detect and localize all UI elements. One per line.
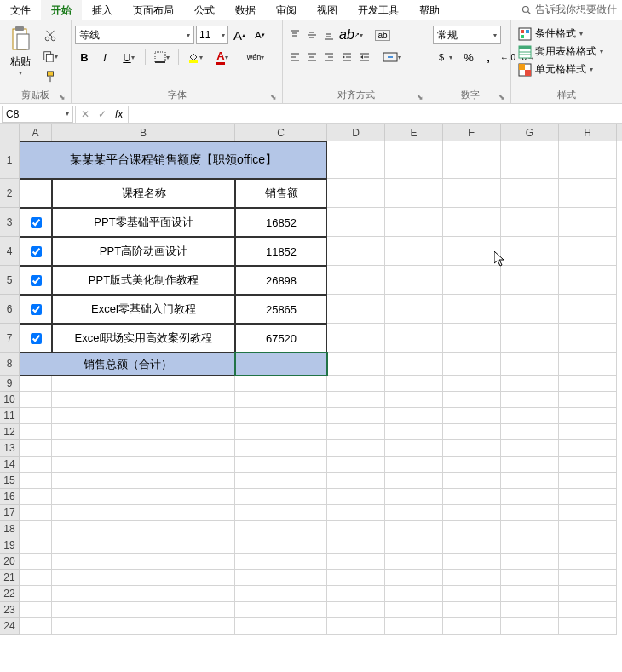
cell[interactable] <box>52 505 235 521</box>
cell[interactable] <box>52 618 235 635</box>
cell[interactable] <box>20 602 52 618</box>
row-header-24[interactable]: 24 <box>0 618 19 635</box>
cell[interactable] <box>20 408 52 424</box>
cell[interactable] <box>385 489 443 505</box>
row-header-5[interactable]: 5 <box>0 266 19 295</box>
cell[interactable] <box>52 440 235 457</box>
font-color-button[interactable]: A ▾ <box>210 48 235 66</box>
cell[interactable] <box>327 266 385 295</box>
select-all-corner[interactable] <box>0 124 20 141</box>
cell[interactable] <box>443 376 501 392</box>
cell[interactable] <box>501 237 559 266</box>
cell[interactable] <box>235 618 327 635</box>
cell[interactable] <box>327 179 385 208</box>
format-painter-button[interactable] <box>41 68 60 85</box>
cell[interactable] <box>327 295 385 324</box>
cell[interactable] <box>327 237 385 266</box>
cell[interactable] <box>559 408 617 424</box>
cell[interactable] <box>235 586 327 602</box>
cell[interactable] <box>443 505 501 521</box>
cell[interactable] <box>385 353 443 376</box>
indent-increase-button[interactable] <box>356 48 373 66</box>
cell[interactable]: 67520 <box>235 324 327 353</box>
row-checkbox[interactable] <box>31 275 42 286</box>
cell[interactable] <box>443 618 501 635</box>
row-header-17[interactable]: 17 <box>0 505 19 521</box>
row-header-4[interactable]: 4 <box>0 237 19 266</box>
cell[interactable] <box>235 537 327 554</box>
cell[interactable] <box>443 237 501 266</box>
row-header-23[interactable]: 23 <box>0 602 19 618</box>
cell[interactable] <box>559 208 617 237</box>
cell[interactable] <box>501 618 559 635</box>
accounting-button[interactable]: $▾ <box>433 48 458 66</box>
cell[interactable] <box>52 602 235 618</box>
tab-developer[interactable]: 开发工具 <box>348 0 409 20</box>
cell[interactable] <box>559 324 617 353</box>
cell[interactable] <box>385 554 443 570</box>
cell[interactable] <box>443 392 501 408</box>
cell[interactable] <box>559 457 617 473</box>
cell[interactable] <box>501 141 559 179</box>
cell[interactable] <box>559 489 617 505</box>
font-size-dropdown[interactable]: 11▾ <box>196 26 228 44</box>
cell[interactable] <box>501 505 559 521</box>
comma-button[interactable]: , <box>479 48 498 66</box>
cell[interactable] <box>235 521 327 537</box>
cell[interactable] <box>443 266 501 295</box>
row-header-2[interactable]: 2 <box>0 179 19 208</box>
row-header-8[interactable]: 8 <box>0 353 19 376</box>
row-checkbox[interactable] <box>31 304 42 315</box>
cell[interactable] <box>235 408 327 424</box>
cell[interactable] <box>52 554 235 570</box>
col-header-H[interactable]: H <box>559 124 617 141</box>
cell[interactable] <box>385 179 443 208</box>
cell[interactable] <box>443 554 501 570</box>
cell[interactable] <box>501 408 559 424</box>
cell[interactable] <box>385 141 443 179</box>
number-format-dropdown[interactable]: 常规▾ <box>433 26 501 44</box>
cell[interactable] <box>385 376 443 392</box>
row-header-12[interactable]: 12 <box>0 424 19 440</box>
cell[interactable] <box>385 392 443 408</box>
cell[interactable]: PPT零基础平面设计 <box>52 208 235 237</box>
row-header-15[interactable]: 15 <box>0 473 19 489</box>
col-header-E[interactable]: E <box>385 124 443 141</box>
cell[interactable] <box>20 570 52 586</box>
align-left-button[interactable] <box>286 48 303 66</box>
cell[interactable] <box>559 424 617 440</box>
cell[interactable] <box>235 376 327 392</box>
cell[interactable] <box>443 473 501 489</box>
col-header-F[interactable]: F <box>443 124 501 141</box>
cell[interactable] <box>501 570 559 586</box>
cell[interactable] <box>385 440 443 457</box>
cell[interactable] <box>385 324 443 353</box>
cell[interactable] <box>20 295 52 324</box>
cell[interactable] <box>443 537 501 554</box>
row-checkbox[interactable] <box>31 246 42 257</box>
cell[interactable] <box>235 570 327 586</box>
cell[interactable] <box>235 554 327 570</box>
tell-me-search[interactable]: 告诉我你想要做什 <box>516 3 622 17</box>
cell[interactable] <box>52 457 235 473</box>
cell[interactable] <box>501 324 559 353</box>
row-header-6[interactable]: 6 <box>0 295 19 324</box>
cell[interactable] <box>443 602 501 618</box>
pinyin-button[interactable]: wén ▾ <box>243 48 268 66</box>
col-header-B[interactable]: B <box>52 124 235 141</box>
cell[interactable] <box>385 473 443 489</box>
grid[interactable]: 某某某平台课程销售额度【职领office】课程名称销售额PPT零基础平面设计16… <box>20 141 622 670</box>
col-header-G[interactable]: G <box>501 124 559 141</box>
cell[interactable] <box>501 554 559 570</box>
cell[interactable]: 销售额 <box>235 179 327 208</box>
cell[interactable] <box>559 353 617 376</box>
cell[interactable] <box>559 521 617 537</box>
cell[interactable] <box>443 408 501 424</box>
cell[interactable] <box>20 424 52 440</box>
cell[interactable] <box>52 537 235 554</box>
cell[interactable] <box>20 457 52 473</box>
cell[interactable] <box>443 208 501 237</box>
cell[interactable] <box>501 440 559 457</box>
cell[interactable] <box>52 408 235 424</box>
cell[interactable] <box>385 266 443 295</box>
